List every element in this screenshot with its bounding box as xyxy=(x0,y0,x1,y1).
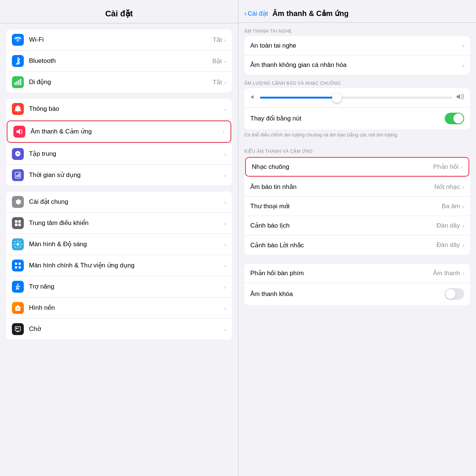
group-volume: Thay đổi bằng nút xyxy=(244,88,470,129)
cellular-label: Di động xyxy=(29,78,213,86)
sound-label: Âm thanh & Cảm ứng xyxy=(30,128,223,136)
settings-item-screentime[interactable]: Thời gian sử dụng › xyxy=(6,165,232,186)
notifications-label: Thông báo xyxy=(29,105,224,113)
settings-group-notifications: Thông báo › Âm thanh & Cảm ứng › xyxy=(6,99,232,186)
voicemail-label: Thư thoại mới xyxy=(250,202,442,210)
volume-high-icon xyxy=(456,93,464,102)
change-by-button-label: Thay đổi bằng nút xyxy=(250,115,445,122)
voicemail-value: Ba âm xyxy=(442,203,460,210)
bluetooth-icon xyxy=(12,55,24,67)
settings-item-display[interactable]: Màn hình & Độ sáng › xyxy=(6,234,232,255)
focus-label: Tập trung xyxy=(29,150,224,158)
back-button[interactable]: ‹ Cài đặt xyxy=(244,10,268,17)
screentime-icon xyxy=(12,169,24,181)
bluetooth-chevron: › xyxy=(224,58,226,64)
svg-rect-14 xyxy=(15,263,17,265)
reminder-alert-chevron: › xyxy=(462,242,464,248)
wifi-chevron: › xyxy=(224,37,226,43)
svg-rect-6 xyxy=(16,175,17,177)
wifi-icon xyxy=(12,34,24,46)
svg-point-13 xyxy=(17,243,19,246)
ringtone-label: Nhạc chuông xyxy=(252,163,433,171)
text-tone-value: Nốt nhạc xyxy=(434,183,460,191)
svg-rect-15 xyxy=(19,263,21,265)
standby-label: Chờ xyxy=(29,325,224,333)
general-label: Cài đặt chung xyxy=(29,198,224,206)
accessibility-chevron: › xyxy=(224,284,226,290)
settings-item-standby[interactable]: Chờ › xyxy=(6,319,232,340)
right-title: Âm thanh & Cảm ứng xyxy=(272,9,348,18)
item-calendar-alert[interactable]: Cảnh báo lịch Đàn dây › xyxy=(244,216,470,235)
item-new-voicemail[interactable]: Thư thoại mới Ba âm › xyxy=(244,197,470,216)
settings-item-accessibility[interactable]: Trợ năng › xyxy=(6,276,232,298)
bluetooth-label: Bluetooth xyxy=(29,57,212,65)
reminder-alert-value: Đàn dây xyxy=(437,241,460,249)
cellular-value: Tắt xyxy=(213,78,222,86)
reminder-alert-label: Cảnh báo Lời nhắc xyxy=(250,241,437,249)
svg-rect-23 xyxy=(18,328,19,328)
cellular-icon xyxy=(12,76,24,88)
item-hearing-safety[interactable]: An toàn tai nghe › xyxy=(244,36,470,55)
cellular-chevron: › xyxy=(224,79,226,86)
volume-slider-thumb[interactable] xyxy=(332,93,342,103)
general-icon xyxy=(12,196,24,208)
section-label-ringtones: KIỂU ÂM THANH VÀ CẢM ỨNG xyxy=(238,143,476,156)
settings-item-controlcenter[interactable]: Trung tâm điều khiển › xyxy=(6,213,232,234)
focus-icon xyxy=(12,148,24,160)
homescreen-icon xyxy=(12,260,24,271)
notifications-chevron: › xyxy=(224,106,226,112)
homescreen-label: Màn hình chính & Thư viện ứng dụng xyxy=(29,261,224,270)
settings-item-sound[interactable]: Âm thanh & Cảm ứng › xyxy=(7,120,231,143)
svg-point-19 xyxy=(17,308,19,309)
back-label: Cài đặt xyxy=(248,10,268,17)
settings-item-notifications[interactable]: Thông báo › xyxy=(6,99,232,120)
volume-slider-fill xyxy=(260,97,337,99)
keyboard-feedback-chevron: › xyxy=(462,270,464,276)
item-lock-sound[interactable]: Âm thanh khóa xyxy=(244,283,470,305)
lock-sound-toggle[interactable] xyxy=(445,288,464,300)
focus-chevron: › xyxy=(224,151,226,157)
display-chevron: › xyxy=(224,241,226,248)
accessibility-icon xyxy=(12,281,24,293)
item-reminder-alert[interactable]: Cảnh báo Lời nhắc Đàn dây › xyxy=(244,235,470,255)
settings-item-bluetooth[interactable]: Bluetooth Bật › xyxy=(6,51,232,72)
item-keyboard-feedback[interactable]: Phản hồi bàn phím Âm thanh › xyxy=(244,264,470,283)
change-by-button-toggle[interactable] xyxy=(445,113,464,124)
settings-item-cellular[interactable]: Di động Tắt › xyxy=(6,72,232,93)
svg-rect-2 xyxy=(18,80,19,85)
settings-item-focus[interactable]: Tập trung › xyxy=(6,144,232,165)
standby-icon xyxy=(12,323,24,335)
settings-item-general[interactable]: Cài đặt chung › xyxy=(6,192,232,213)
display-label: Màn hình & Độ sáng xyxy=(29,240,224,248)
settings-item-wifi[interactable]: Wi-Fi Tắt › xyxy=(6,29,232,51)
controlcenter-label: Trung tâm điều khiển xyxy=(29,219,224,227)
back-chevron-icon: ‹ xyxy=(244,10,247,17)
svg-rect-21 xyxy=(16,331,19,332)
ringtone-value: Phản hồi xyxy=(433,163,459,171)
group-misc: Phản hồi bàn phím Âm thanh › Âm thanh kh… xyxy=(244,264,470,305)
left-header: Cài đặt xyxy=(0,0,238,23)
svg-marker-25 xyxy=(251,95,254,99)
svg-rect-12 xyxy=(18,223,21,226)
svg-rect-1 xyxy=(16,81,17,85)
volume-slider-row xyxy=(244,88,470,107)
item-change-by-button[interactable]: Thay đổi bằng nút xyxy=(244,107,470,129)
bluetooth-value: Bật xyxy=(212,57,222,65)
item-text-tone[interactable]: Âm báo tin nhắn Nốt nhạc › xyxy=(244,177,470,197)
settings-item-wallpaper[interactable]: Hình nền › xyxy=(6,298,232,319)
svg-rect-11 xyxy=(15,223,17,226)
svg-rect-10 xyxy=(18,220,21,223)
wifi-label: Wi-Fi xyxy=(29,36,213,44)
settings-item-homescreen[interactable]: Màn hình chính & Thư viện ứng dụng › xyxy=(6,255,232,276)
svg-marker-4 xyxy=(16,129,20,134)
item-ringtone[interactable]: Nhạc chuông Phản hồi › xyxy=(245,157,469,177)
item-spatial-audio[interactable]: Âm thanh không gian cá nhân hóa › xyxy=(244,55,470,75)
wallpaper-chevron: › xyxy=(224,305,226,311)
section-label-volume: ÂM LƯỢNG CẢNH BÁO VÀ NHẠC CHUÔNG xyxy=(238,75,476,88)
calendar-alert-label: Cảnh báo lịch xyxy=(250,222,437,229)
svg-rect-9 xyxy=(15,220,17,223)
volume-slider-track[interactable] xyxy=(260,97,452,99)
right-panel: ‹ Cài đặt Âm thanh & Cảm ứng ÂM THANH TA… xyxy=(238,0,476,476)
hearing-safety-chevron: › xyxy=(462,42,464,49)
toggle-thumb xyxy=(453,113,463,123)
